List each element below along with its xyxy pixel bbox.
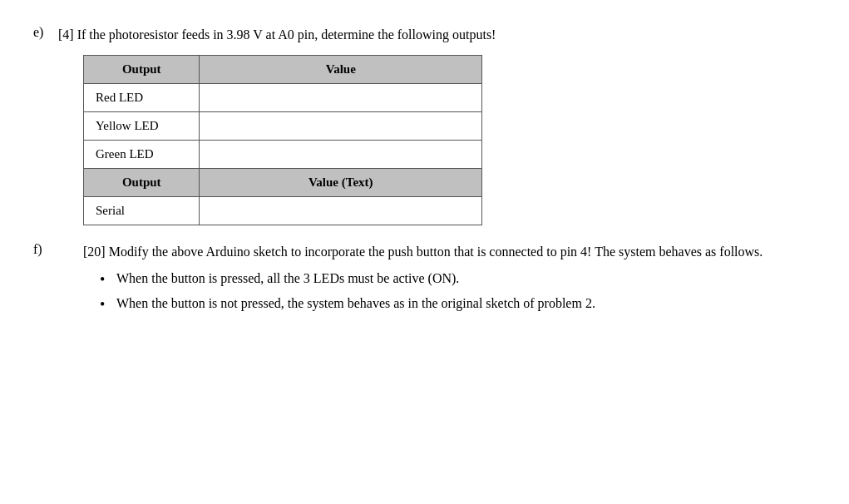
value-cell-green-led: [200, 141, 482, 169]
section-e-table-container: Output Value Red LED Yellow LED Green LE…: [83, 55, 816, 225]
header-value-2: Value (Text): [200, 169, 482, 197]
section-f-letter: f): [33, 242, 58, 257]
bullet-item-1: When the button is pressed, all the 3 LE…: [100, 269, 763, 289]
table-row-red-led: Red LED: [84, 84, 482, 112]
section-f-intro: [20] Modify the above Arduino sketch to …: [83, 242, 763, 262]
value-cell-yellow-led: [200, 112, 482, 141]
output-cell-green-led: Green LED: [84, 141, 200, 169]
table-header-row-1: Output Value: [84, 56, 482, 84]
section-f-label: f) [20] Modify the above Arduino sketch …: [33, 242, 816, 319]
output-cell-red-led: Red LED: [84, 84, 200, 112]
table-row-yellow-led: Yellow LED: [84, 112, 482, 141]
output-table: Output Value Red LED Yellow LED Green LE…: [83, 55, 482, 225]
section-f: f) [20] Modify the above Arduino sketch …: [33, 242, 816, 319]
output-cell-yellow-led: Yellow LED: [84, 112, 200, 141]
table-row-serial: Serial: [84, 197, 482, 225]
table-header-row-2: Output Value (Text): [84, 169, 482, 197]
value-cell-red-led: [200, 84, 482, 112]
header-output-2: Output: [84, 169, 200, 197]
section-f-content: [20] Modify the above Arduino sketch to …: [83, 242, 763, 319]
section-f-bullets: When the button is pressed, all the 3 LE…: [83, 269, 763, 314]
section-e: e) [4] If the photoresistor feeds in 3.9…: [33, 25, 816, 225]
header-value-1: Value: [200, 56, 482, 84]
table-row-green-led: Green LED: [84, 141, 482, 169]
section-e-label: e) [4] If the photoresistor feeds in 3.9…: [33, 25, 816, 45]
bullet-item-2: When the button is not pressed, the syst…: [100, 294, 763, 314]
section-e-question: [4] If the photoresistor feeds in 3.98 V…: [58, 25, 496, 45]
header-output-1: Output: [84, 56, 200, 84]
output-cell-serial: Serial: [84, 197, 200, 225]
value-cell-serial: [200, 197, 482, 225]
section-e-letter: e): [33, 25, 58, 40]
